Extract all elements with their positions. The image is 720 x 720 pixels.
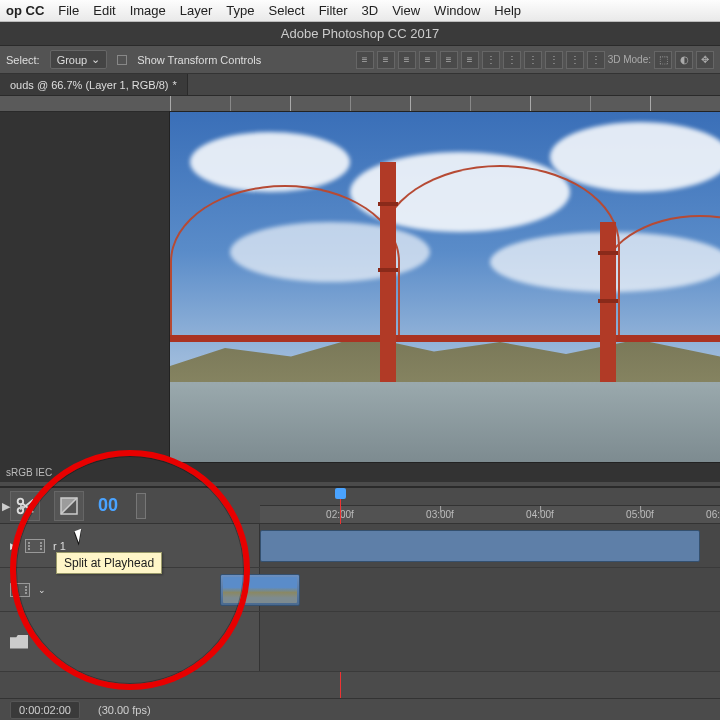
menu-edit[interactable]: Edit [93,3,115,18]
distribute-icon[interactable]: ⋮ [524,51,542,69]
distribute-icon[interactable]: ⋮ [566,51,584,69]
show-transform-label: Show Transform Controls [137,54,261,66]
timeline-tick: 05:00f [626,509,654,520]
playback-controls: ◂ ▶ ▸ [0,500,34,513]
distribute-icon[interactable]: ⋮ [482,51,500,69]
empty-track [0,612,720,672]
disclosure-triangle-icon[interactable]: ▶ [10,541,17,551]
mode-3d-icon[interactable]: ◐ [675,51,693,69]
track-lane[interactable] [260,612,720,671]
document-tab-label: ouds @ 66.7% (Layer 1, RGB/8) [10,79,169,91]
canvas-area[interactable]: sRGB IEC [0,112,720,482]
photoshop-titlebar: Adobe Photoshop CC 2017 [0,22,720,46]
horizontal-ruler [0,96,720,112]
chevron-down-icon: ⌄ [91,53,100,66]
align-icon[interactable]: ≡ [461,51,479,69]
timeline-ruler[interactable]: 02:00f 03:00f 04:00f 05:00f 06:00f [260,505,720,523]
timeline-tick: 06:00f [706,509,720,520]
options-bar: Select: Group ⌄ Show Transform Controls … [0,46,720,74]
transition-button[interactable] [54,491,84,521]
document-image [170,112,720,462]
auto-select-label: Select: [6,54,40,66]
fps-display: (30.00 fps) [98,704,151,716]
menu-file[interactable]: File [58,3,79,18]
document-tab[interactable]: ouds @ 66.7% (Layer 1, RGB/8) * [0,74,188,95]
app-name[interactable]: op CC [6,3,44,18]
timeline-status-bar: 0:00:02:00 (30.00 fps) [0,698,720,720]
track-name: r 1 [53,540,66,552]
track-lane[interactable] [260,568,720,611]
menu-window[interactable]: Window [434,3,480,18]
filmstrip-icon [10,583,30,597]
filmstrip-icon [25,539,45,553]
frame-indicator-icon [136,493,146,519]
mode-3d-icon[interactable]: ⬚ [654,51,672,69]
align-icon[interactable]: ≡ [377,51,395,69]
track-header[interactable] [0,612,260,671]
timeline-panel: 00 02:00f 03:00f 04:00f 05:00f 06:00f ▶ … [0,486,720,720]
menu-type[interactable]: Type [226,3,254,18]
menu-select[interactable]: Select [269,3,305,18]
track-lane[interactable] [260,524,720,567]
align-icon[interactable]: ≡ [419,51,437,69]
video-track: ⌄ [0,568,720,612]
menu-image[interactable]: Image [130,3,166,18]
timeline-tracks: ▶ r 1 ⌄ [0,524,720,672]
video-clip-thumbnail[interactable] [220,574,300,606]
video-clip[interactable] [260,530,700,562]
document-modified-indicator: * [173,79,177,91]
align-icon[interactable]: ≡ [398,51,416,69]
folder-icon [10,635,28,649]
tooltip: Split at Playhead [56,552,162,574]
chevron-down-icon[interactable]: ⌄ [38,585,46,595]
mode-3d-icon[interactable]: ✥ [696,51,714,69]
menu-3d[interactable]: 3D [362,3,379,18]
color-profile-label: sRGB IEC [6,467,52,478]
distribute-icon[interactable]: ⋮ [587,51,605,69]
align-icon[interactable]: ≡ [356,51,374,69]
timeline-tick: 04:00f [526,509,554,520]
auto-select-value: Group [57,54,88,66]
auto-select-dropdown[interactable]: Group ⌄ [50,50,108,69]
timeline-timecode[interactable]: 00 [98,495,118,516]
titlebar-text: Adobe Photoshop CC 2017 [281,26,439,41]
show-transform-checkbox[interactable] [117,55,127,65]
transition-icon [59,496,79,516]
current-time-display[interactable]: 0:00:02:00 [10,701,80,719]
mode-3d-label: 3D Mode: [608,51,651,69]
tooltip-text: Split at Playhead [64,556,154,570]
distribute-icon[interactable]: ⋮ [503,51,521,69]
menu-help[interactable]: Help [494,3,521,18]
align-icons-group: ≡ ≡ ≡ ≡ ≡ ≡ ⋮ ⋮ ⋮ ⋮ ⋮ ⋮ 3D Mode: ⬚ ◐ ✥ [356,51,714,69]
mac-menubar: op CC File Edit Image Layer Type Select … [0,0,720,22]
timeline-header: 00 02:00f 03:00f 04:00f 05:00f 06:00f [0,488,720,524]
menu-layer[interactable]: Layer [180,3,213,18]
menu-view[interactable]: View [392,3,420,18]
align-icon[interactable]: ≡ [440,51,458,69]
next-frame-button[interactable]: ▸ [20,500,34,513]
timeline-tick: 03:00f [426,509,454,520]
play-button[interactable]: ▶ [2,500,16,513]
distribute-icon[interactable]: ⋮ [545,51,563,69]
menu-filter[interactable]: Filter [319,3,348,18]
document-tab-bar: ouds @ 66.7% (Layer 1, RGB/8) * [0,74,720,96]
